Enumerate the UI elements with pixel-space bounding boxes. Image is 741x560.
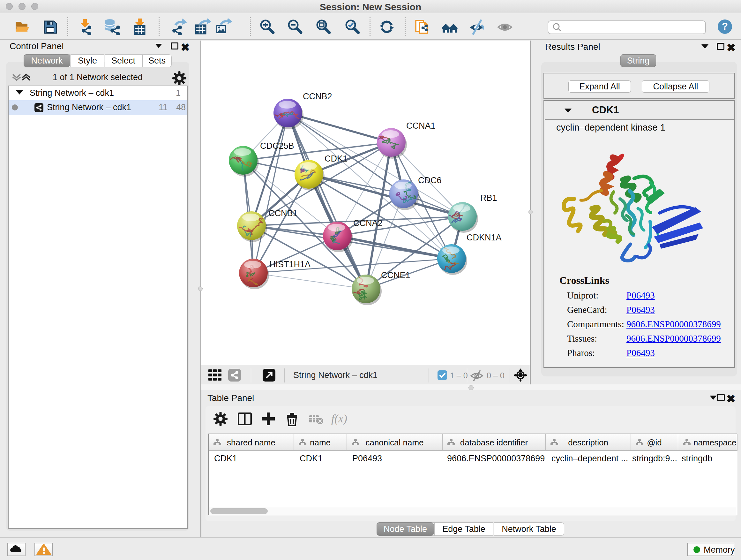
svg-text:CCNB2: CCNB2	[303, 91, 332, 101]
svg-text:CCNA1: CCNA1	[406, 121, 435, 131]
svg-text:CDC6: CDC6	[418, 176, 442, 185]
svg-text:CCNE1: CCNE1	[381, 270, 410, 280]
svg-text:HIST1H1A: HIST1H1A	[269, 260, 311, 269]
svg-text:CCNB1: CCNB1	[268, 208, 298, 218]
svg-text:RB1: RB1	[480, 193, 497, 203]
svg-text:CCNA2: CCNA2	[353, 219, 383, 228]
svg-text:CDC25B: CDC25B	[260, 141, 294, 151]
svg-text:CDKN1A: CDKN1A	[467, 233, 502, 242]
svg-text:CDK1: CDK1	[325, 154, 347, 164]
